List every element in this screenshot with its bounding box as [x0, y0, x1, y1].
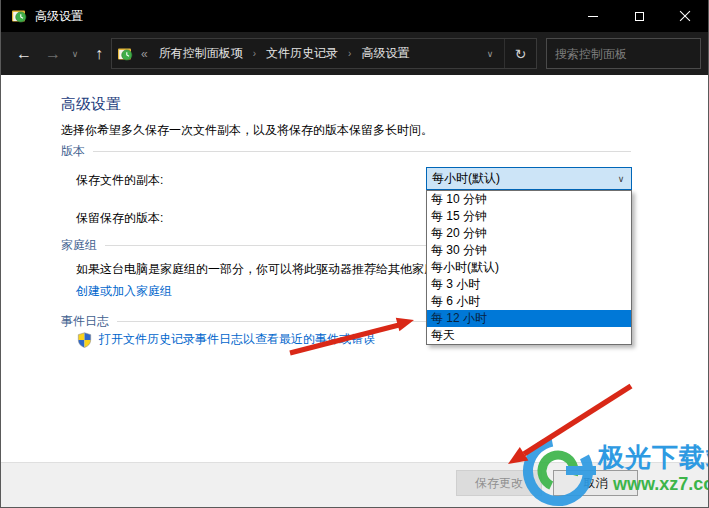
title-bar: 高级设置: [1, 0, 708, 32]
dropdown-option-highlighted[interactable]: 每 12 小时: [427, 310, 631, 327]
close-icon: [678, 9, 692, 23]
homegroup-section-title: 家庭组: [61, 237, 97, 254]
breadcrumb-advanced-settings[interactable]: 高级设置: [357, 45, 413, 62]
breadcrumb-separator-icon: ›: [342, 48, 357, 59]
dropdown-option[interactable]: 每小时(默认): [427, 259, 631, 276]
recent-locations-chevron-icon[interactable]: ∨: [65, 32, 85, 75]
file-history-advanced-settings-window: 高级设置 ← → ∨ ↑ « 所有控制面板项 › 文件历史记录: [0, 0, 709, 508]
dropdown-option[interactable]: 每 10 分钟: [427, 191, 631, 208]
search-box[interactable]: [546, 38, 701, 69]
dropdown-option[interactable]: 每 6 小时: [427, 293, 631, 310]
file-history-address-icon: [117, 46, 133, 62]
versions-section-header: 版本: [61, 143, 631, 160]
breadcrumb-overflow-icon[interactable]: «: [141, 47, 148, 61]
save-changes-button[interactable]: 保存更改: [456, 470, 542, 496]
address-bar-right-controls: ∨ ↻: [476, 39, 536, 68]
minimize-button[interactable]: [570, 0, 616, 32]
search-input[interactable]: [547, 47, 709, 61]
breadcrumb-all-control-panel-items[interactable]: 所有控制面板项: [155, 45, 247, 62]
dropdown-option[interactable]: 每 3 小时: [427, 276, 631, 293]
combobox-selected-value: 每小时(默认): [427, 170, 611, 187]
uac-shield-icon: [77, 332, 92, 348]
versions-section-title: 版本: [61, 143, 85, 160]
back-button[interactable]: ←: [9, 32, 39, 75]
create-join-homegroup-link[interactable]: 创建或加入家庭组: [76, 283, 172, 300]
address-bar[interactable]: « 所有控制面板项 › 文件历史记录 › 高级设置 ∨ ↻: [111, 38, 537, 69]
save-copies-combobox[interactable]: 每小时(默认) ∨: [426, 167, 632, 190]
cancel-button[interactable]: 取消: [553, 470, 638, 496]
maximize-button[interactable]: [616, 0, 662, 32]
up-button[interactable]: ↑: [85, 32, 113, 75]
dropdown-option[interactable]: 每天: [427, 327, 631, 344]
eventlog-section-title: 事件日志: [61, 313, 109, 330]
navigation-bar: ← → ∨ ↑ « 所有控制面板项 › 文件历史记录 › 高级设置 ∨ ↻: [1, 32, 708, 75]
eventlog-row: 打开文件历史记录事件日志以查看最近的事件或错误: [77, 331, 375, 348]
breadcrumb-file-history[interactable]: 文件历史记录: [262, 45, 342, 62]
save-copies-label: 保存文件的副本:: [76, 172, 163, 189]
window-controls: [570, 0, 708, 32]
breadcrumb-separator-icon: ›: [247, 48, 262, 59]
refresh-icon[interactable]: ↻: [504, 39, 536, 68]
address-dropdown-chevron-icon[interactable]: ∨: [476, 49, 504, 59]
section-divider: [93, 151, 631, 152]
dropdown-option[interactable]: 每 15 分钟: [427, 208, 631, 225]
page-description: 选择你希望多久保存一次文件副本，以及将保存的版本保留多长时间。: [61, 122, 433, 139]
dropdown-option[interactable]: 每 20 分钟: [427, 225, 631, 242]
homegroup-description: 如果这台电脑是家庭组的一部分，你可以将此驱动器推荐给其他家庭: [76, 261, 436, 278]
page-title: 高级设置: [61, 95, 121, 114]
close-button[interactable]: [662, 0, 708, 32]
open-eventlog-link[interactable]: 打开文件历史记录事件日志以查看最近的事件或错误: [99, 331, 375, 348]
minimize-icon: [588, 16, 598, 17]
footer-bar: 保存更改 取消: [1, 462, 709, 508]
maximize-icon: [635, 12, 644, 21]
dropdown-option[interactable]: 每 30 分钟: [427, 242, 631, 259]
forward-button[interactable]: →: [39, 32, 67, 75]
keep-versions-label: 保留保存的版本:: [76, 210, 163, 227]
file-history-app-icon: [11, 8, 27, 24]
window-title: 高级设置: [35, 8, 83, 25]
save-copies-dropdown-list: 每 10 分钟 每 15 分钟 每 20 分钟 每 30 分钟 每小时(默认) …: [426, 190, 632, 345]
chevron-down-icon: ∨: [611, 174, 631, 184]
